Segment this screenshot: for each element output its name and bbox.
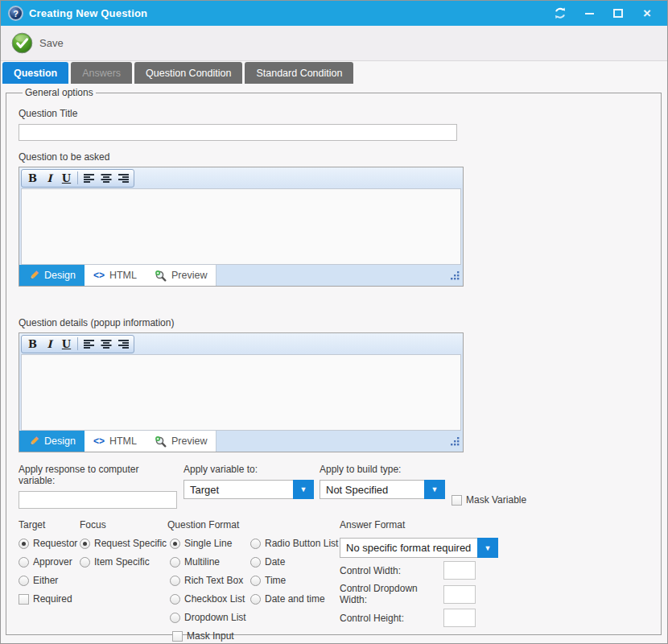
radio-single-line[interactable]: Single Line <box>170 538 248 549</box>
minimize-icon <box>585 13 594 14</box>
control-height-input[interactable] <box>443 609 476 627</box>
refresh-button[interactable] <box>548 3 572 24</box>
response-variable-input[interactable] <box>19 491 177 509</box>
answer-format-header: Answer Format <box>340 519 649 530</box>
radio-icon <box>170 576 180 586</box>
radio-label: Radio Button List <box>265 538 338 549</box>
radio-icon <box>80 539 90 549</box>
magnifier-icon <box>155 270 167 282</box>
align-left-button[interactable] <box>80 171 97 186</box>
radio-rich-text-box[interactable]: Rich Text Box <box>170 575 248 586</box>
editor-html-tab[interactable]: <> HTML <box>85 265 146 286</box>
mask-input-checkbox[interactable]: Mask Input <box>167 630 340 642</box>
toolbar-separator <box>77 171 78 184</box>
radio-dropdown-list[interactable]: Dropdown List <box>170 612 248 623</box>
radio-label: Multiline <box>184 556 220 568</box>
tab-answers[interactable]: Answers <box>71 62 132 84</box>
editor-preview-tab[interactable]: Preview <box>146 431 216 452</box>
question-asked-editor: B I U <box>19 167 464 287</box>
help-icon[interactable]: ? <box>8 6 23 21</box>
question-details-editor-content[interactable] <box>21 354 461 431</box>
mask-variable-checkbox[interactable]: Mask Variable <box>452 494 526 506</box>
editor-mode-bar: Design <> HTML <box>19 431 463 452</box>
question-details-label: Question details (popup information) <box>19 317 649 328</box>
radio-requestor[interactable]: Requestor <box>19 538 80 549</box>
close-button[interactable]: × <box>635 3 659 24</box>
html-code-icon: <> <box>93 270 105 281</box>
answer-format-value: No specific format required <box>340 538 477 558</box>
target-header: Target <box>19 519 80 530</box>
maximize-button[interactable] <box>606 3 630 24</box>
apply-variable-to-dropdown[interactable]: Target ▼ <box>183 480 314 499</box>
align-right-button[interactable] <box>114 336 131 352</box>
question-asked-editor-content[interactable] <box>21 188 461 265</box>
build-type-value: Not Specified <box>320 480 424 499</box>
radio-date-and-time[interactable]: Date and time <box>250 593 337 605</box>
radio-date[interactable]: Date <box>250 556 337 568</box>
build-type-dropdown[interactable]: Not Specified ▼ <box>320 480 445 499</box>
chevron-down-icon[interactable]: ▼ <box>424 480 445 499</box>
question-format-group: Question Format Single Line Multiline <box>167 519 340 642</box>
underline-button[interactable]: U <box>58 171 75 186</box>
radio-checkbox-list[interactable]: Checkbox List <box>170 593 248 605</box>
required-checkbox[interactable]: Required <box>19 593 80 605</box>
radio-icon <box>19 539 29 549</box>
radio-time[interactable]: Time <box>250 575 337 586</box>
radio-approver[interactable]: Approver <box>19 556 80 568</box>
answer-format-dropdown[interactable]: No specific format required ▼ <box>340 538 498 558</box>
italic-icon: I <box>47 338 52 350</box>
pencil-icon <box>28 270 39 281</box>
question-title-input[interactable] <box>19 124 457 141</box>
italic-icon: I <box>47 172 52 184</box>
editor-preview-tab[interactable]: Preview <box>146 265 216 286</box>
underline-button[interactable]: U <box>58 336 75 352</box>
question-details-editor: B I U <box>19 332 464 452</box>
apply-variable-to-value: Target <box>183 480 293 499</box>
html-code-icon: <> <box>93 436 105 447</box>
minimize-button[interactable] <box>577 3 601 24</box>
mask-input-label: Mask Input <box>187 630 234 642</box>
bold-button[interactable]: B <box>24 171 41 186</box>
editor-resize-grip[interactable] <box>451 269 460 283</box>
radio-radio-button-list[interactable]: Radio Button List <box>250 538 337 549</box>
control-dropdown-width-input[interactable] <box>443 585 476 604</box>
editor-html-label: HTML <box>109 436 137 447</box>
editor-html-tab[interactable]: <> HTML <box>85 431 146 452</box>
control-height-label: Control Height: <box>340 613 443 624</box>
chevron-down-icon[interactable]: ▼ <box>477 538 498 558</box>
italic-button[interactable]: I <box>41 336 58 352</box>
editor-design-tab[interactable]: Design <box>19 265 85 286</box>
tab-question[interactable]: Question <box>2 62 68 84</box>
checkbox-icon <box>172 631 183 642</box>
checkbox-icon <box>452 495 462 506</box>
editor-design-tab[interactable]: Design <box>19 431 85 452</box>
align-center-button[interactable] <box>97 336 114 352</box>
radio-icon <box>19 557 29 568</box>
align-center-button[interactable] <box>97 171 114 186</box>
question-tab-panel: General options Question Title Question … <box>1 84 667 644</box>
radio-item-specific[interactable]: Item Specific <box>80 556 167 568</box>
options-row: Target Requestor Approver Either <box>19 519 649 642</box>
tab-question-condition[interactable]: Question Condition <box>134 62 242 84</box>
radio-request-specific[interactable]: Request Specific <box>80 538 167 549</box>
variable-row: Apply response to computer variable: App… <box>19 464 649 509</box>
save-button[interactable]: Save <box>11 32 64 54</box>
chevron-down-icon[interactable]: ▼ <box>293 480 314 499</box>
radio-either[interactable]: Either <box>19 575 80 586</box>
editor-resize-grip[interactable] <box>451 435 460 449</box>
bold-button[interactable]: B <box>24 336 41 352</box>
radio-label: Checkbox List <box>184 593 245 605</box>
italic-button[interactable]: I <box>41 171 58 186</box>
mask-variable-field: Mask Variable <box>452 464 526 509</box>
control-width-input[interactable] <box>443 561 476 580</box>
editor-design-label: Design <box>44 436 76 447</box>
align-right-icon <box>118 340 129 349</box>
tab-standard-condition[interactable]: Standard Condition <box>245 62 353 84</box>
question-asked-label: Question to be asked <box>19 151 649 163</box>
radio-icon <box>170 613 180 623</box>
radio-multiline[interactable]: Multiline <box>170 556 248 568</box>
underline-icon: U <box>62 338 71 350</box>
align-left-button[interactable] <box>80 336 97 352</box>
align-right-button[interactable] <box>114 171 131 186</box>
required-label: Required <box>33 593 72 605</box>
